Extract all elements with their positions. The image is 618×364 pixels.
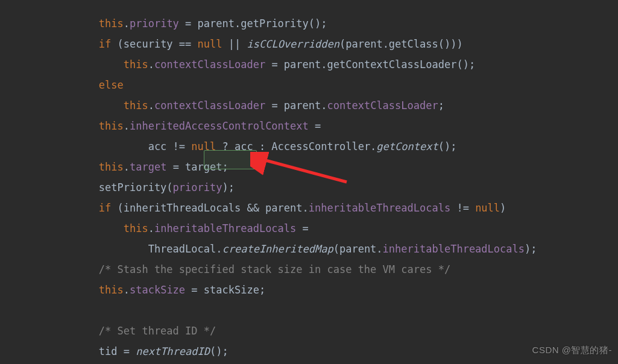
field-target: target (130, 161, 166, 173)
kw-if: if (99, 38, 111, 50)
t: (parent. (333, 243, 383, 255)
t: ? acc : AccessController. (216, 140, 376, 152)
t: = parent.getContextClassLoader(); (265, 58, 475, 71)
field-ccl: contextClassLoader (154, 58, 265, 71)
t: || (222, 38, 247, 50)
t: acc != (148, 140, 192, 152)
call-isCCLOverridden: isCCLOverridden (247, 38, 339, 50)
t: != (450, 202, 475, 214)
var-target: target (185, 161, 222, 173)
t: ; (222, 161, 229, 173)
kw-null: null (191, 140, 216, 152)
field-ccl2: contextClassLoader (327, 99, 438, 111)
editor-viewport: this.priority = parent.getPriority(); if… (0, 0, 618, 364)
t: (); (438, 140, 457, 152)
kw-this: this (99, 120, 124, 132)
kw-this: this (99, 161, 124, 173)
t: = stackSize; (185, 284, 265, 296)
t: = (309, 120, 321, 132)
call-getContext: getContext (376, 140, 438, 152)
t: ); (222, 181, 234, 193)
kw-this: this (99, 17, 124, 30)
comment-stack: /* Stash the specified stack size in cas… (99, 263, 450, 275)
kw-this: this (99, 284, 124, 296)
t: ) (500, 202, 506, 214)
kw-else: else (99, 79, 124, 91)
kw-null: null (198, 38, 222, 50)
t: tid = (99, 345, 136, 357)
field-iacc: inheritedAccessControlContext (130, 120, 309, 132)
t: setPriority( (99, 181, 173, 193)
field-priority: priority (130, 17, 179, 30)
kw-null: null (475, 202, 500, 214)
call-nextThreadID: nextThreadID (136, 345, 210, 357)
call-createInheritedMap: createInheritedMap (222, 243, 333, 255)
kw-this: this (124, 222, 148, 234)
field-itl: inheritableThreadLocals (309, 202, 450, 214)
t: ThreadLocal. (148, 243, 222, 255)
field-itl2: inheritableThreadLocals (383, 243, 525, 255)
code-block[interactable]: this.priority = parent.getPriority(); if… (0, 0, 618, 364)
comment-tid: /* Set thread ID */ (99, 325, 216, 337)
kw-if: if (99, 202, 111, 214)
kw-this: this (124, 58, 148, 71)
t: (inheritThreadLocals && parent. (111, 202, 309, 214)
t: = (296, 222, 308, 234)
t: ); (525, 243, 537, 255)
t: = parent. (265, 99, 327, 111)
t: = (166, 161, 185, 173)
field-priority: priority (173, 181, 222, 193)
t: (parent.getClass())) (339, 38, 463, 50)
t: (security == (111, 38, 197, 50)
field-itl: inheritableThreadLocals (154, 222, 296, 234)
t: = parent.getPriority(); (179, 17, 327, 30)
field-ccl: contextClassLoader (154, 99, 265, 111)
kw-this: this (124, 99, 148, 111)
t: (); (210, 345, 229, 357)
field-stacksize: stackSize (130, 284, 185, 296)
t: ; (438, 99, 444, 111)
